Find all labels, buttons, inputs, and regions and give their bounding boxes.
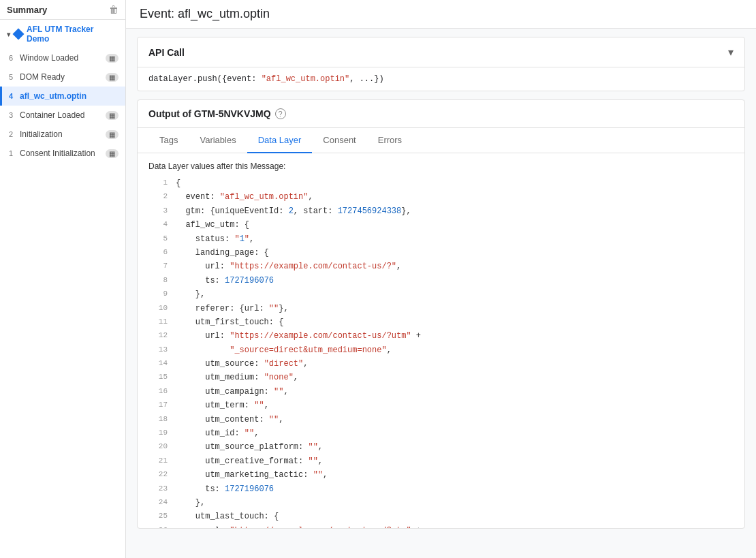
line-number: 5 [148, 232, 168, 246]
sidebar-item-label-initialization: Initialization [20, 129, 103, 139]
line-text: utm_marketing_tactic: "", [176, 468, 328, 482]
line-number: 20 [148, 440, 168, 454]
output-header: Output of GTM-5NVKVJMQ ? [138, 100, 744, 128]
line-number: 10 [148, 302, 168, 315]
line-text: url: "https://example.com/contact-us/?ut… [176, 329, 421, 343]
code-line: 1{ [148, 176, 734, 190]
line-text: utm_source_platform: "", [176, 440, 323, 454]
expand-icon[interactable]: ▾ [728, 46, 734, 59]
event-title: Event: afl_wc_utm.optin [140, 7, 742, 21]
line-text: utm_campaign: "", [176, 385, 289, 399]
code-line: 16 utm_campaign: "", [148, 385, 734, 399]
datalayer-subtitle: Data Layer values after this Message: [148, 161, 734, 171]
api-call-code: dataLayer.push({event: "afl_wc_utm.optin… [138, 67, 744, 91]
sidebar-item-initialization[interactable]: 2 Initialization ▦ [0, 125, 125, 144]
line-text: utm_source: "direct", [176, 357, 308, 371]
sidebar-item-label-afl-optin: afl_wc_utm.optin [20, 91, 119, 101]
line-number: 25 [148, 510, 168, 523]
line-text: ts: 1727196076 [176, 274, 274, 288]
code-line: 9 }, [148, 288, 734, 301]
line-text: status: "1", [176, 232, 254, 246]
line-number: 7 [148, 260, 168, 273]
line-text: utm_first_touch: { [176, 315, 283, 329]
code-line: 18 utm_content: "", [148, 413, 734, 427]
code-line: 25 utm_last_touch: { [148, 510, 734, 523]
main-header: Event: afl_wc_utm.optin [126, 0, 756, 29]
line-number: 19 [148, 427, 168, 440]
api-call-header[interactable]: API Call ▾ [138, 37, 744, 67]
code-line: 12 url: "https://example.com/contact-us/… [148, 329, 734, 343]
sidebar-item-dom-ready[interactable]: 5 DOM Ready ▦ [0, 67, 125, 87]
diamond-icon [13, 29, 25, 40]
line-text: utm_term: "", [176, 399, 269, 412]
line-number: 12 [148, 329, 168, 343]
line-number: 9 [148, 288, 168, 301]
tab-tags[interactable]: Tags [148, 128, 189, 153]
code-line: 2 event: "afl_wc_utm.optin", [148, 190, 734, 204]
line-number: 3 [148, 204, 168, 218]
badge-window-loaded: ▦ [106, 54, 119, 63]
line-number: 8 [148, 274, 168, 288]
line-text: utm_last_touch: { [176, 510, 279, 523]
item-num-initialization: 2 [9, 130, 16, 138]
item-num-dom-ready: 5 [9, 73, 16, 81]
line-number: 17 [148, 399, 168, 412]
output-tabs: Tags Variables Data Layer Consent Errors [138, 128, 744, 153]
api-call-title: API Call [148, 47, 185, 58]
output-card: Output of GTM-5NVKVJMQ ? Tags Variables … [137, 99, 745, 529]
code-line: 14 utm_source: "direct", [148, 357, 734, 371]
sidebar-header: Summary 🗑 [0, 0, 125, 20]
line-text: }, [176, 288, 205, 301]
tab-errors[interactable]: Errors [367, 128, 413, 153]
line-text: utm_id: "", [176, 427, 259, 440]
code-container[interactable]: Data Layer values after this Message: 1{… [138, 153, 744, 528]
code-line: 11 utm_first_touch: { [148, 315, 734, 329]
code-line: 13 "_source=direct&utm_medium=none", [148, 343, 734, 357]
line-text: utm_creative_format: "", [176, 454, 323, 468]
item-num-consent-init: 1 [9, 149, 16, 157]
sidebar-item-afl-label: AFL UTM Tracker Demo [27, 25, 119, 44]
sidebar: Summary 🗑 ▾ AFL UTM Tracker Demo 6 Windo… [0, 0, 126, 558]
line-number: 24 [148, 496, 168, 510]
code-line: 21 utm_creative_format: "", [148, 454, 734, 468]
line-text: url: "https://example.com/contact-us/?", [176, 260, 401, 273]
line-number: 4 [148, 218, 168, 232]
line-number: 15 [148, 371, 168, 384]
sidebar-item-afl-utm[interactable]: ▾ AFL UTM Tracker Demo [0, 20, 125, 48]
code-line: 19 utm_id: "", [148, 427, 734, 440]
sidebar-item-label-window-loaded: Window Loaded [20, 53, 103, 63]
item-num-afl-optin: 4 [9, 92, 16, 100]
code-line: 15 utm_medium: "none", [148, 371, 734, 384]
line-number: 2 [148, 190, 168, 204]
line-text: }, [176, 496, 205, 510]
tab-variables[interactable]: Variables [189, 128, 247, 153]
help-icon[interactable]: ? [275, 108, 286, 119]
line-text: referer: {url: ""}, [176, 302, 289, 315]
line-number: 23 [148, 482, 168, 496]
badge-container-loaded: ▦ [106, 111, 119, 120]
sidebar-item-window-loaded[interactable]: 6 Window Loaded ▦ [0, 48, 125, 67]
item-num-window-loaded: 6 [9, 54, 16, 62]
line-number: 14 [148, 357, 168, 371]
sidebar-item-label-consent-init: Consent Initialization [20, 149, 103, 158]
code-line: 24 }, [148, 496, 734, 510]
sidebar-item-afl-optin[interactable]: 4 afl_wc_utm.optin [0, 87, 125, 106]
code-line: 5 status: "1", [148, 232, 734, 246]
trash-icon[interactable]: 🗑 [109, 4, 119, 15]
sidebar-item-container-loaded[interactable]: 3 Container Loaded ▦ [0, 106, 125, 125]
line-number: 6 [148, 246, 168, 260]
line-text: event: "afl_wc_utm.optin", [176, 190, 313, 204]
code-line: 20 utm_source_platform: "", [148, 440, 734, 454]
main-content: Event: afl_wc_utm.optin API Call ▾ dataL… [126, 0, 756, 558]
code-line: 23 ts: 1727196076 [148, 482, 734, 496]
line-text: { [176, 176, 180, 190]
line-number: 22 [148, 468, 168, 482]
item-num-container-loaded: 3 [9, 111, 16, 119]
tab-consent[interactable]: Consent [312, 128, 366, 153]
line-number: 13 [148, 343, 168, 357]
code-line: 8 ts: 1727196076 [148, 274, 734, 288]
tab-data-layer[interactable]: Data Layer [247, 128, 313, 153]
line-text: url: "https://example.com/contact-us/?ut… [176, 524, 421, 528]
sidebar-item-consent-init[interactable]: 1 Consent Initialization ▦ [0, 144, 125, 163]
line-text: "_source=direct&utm_medium=none", [176, 343, 392, 357]
